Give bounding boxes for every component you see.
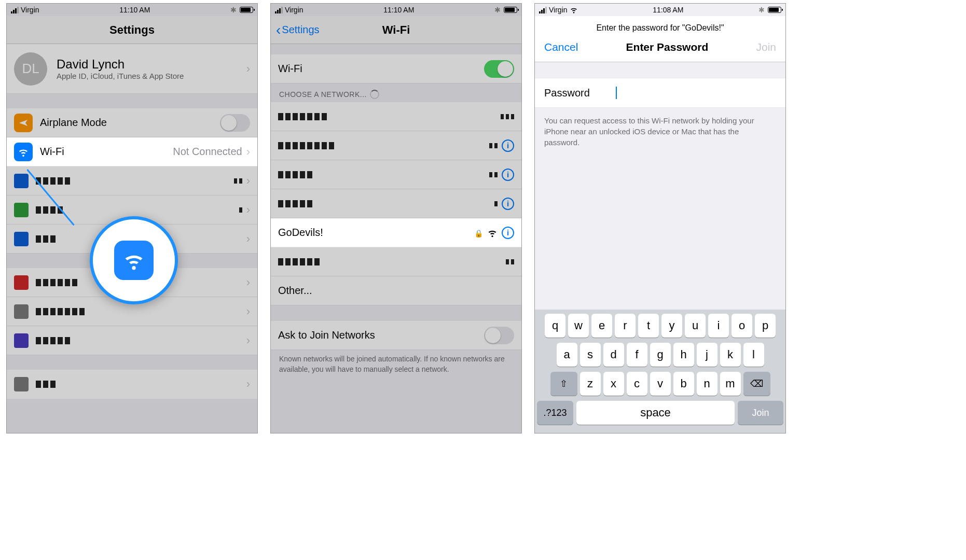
status-bar: Virgin 11:08 AM ✱	[535, 4, 785, 16]
status-bar: Virgin 11:10 AM ✱	[271, 4, 521, 16]
key-n[interactable]: n	[697, 372, 717, 396]
join-button[interactable]: Join	[756, 41, 776, 53]
key-i[interactable]: i	[708, 314, 729, 338]
avatar: DL	[14, 52, 47, 86]
kbd-row-1: q w e r t y u i o p	[537, 314, 783, 338]
share-hint: You can request access to this Wi-Fi net…	[535, 108, 785, 155]
wifi-screen: Virgin 11:10 AM ✱ ‹ Settings Wi-Fi Wi-Fi…	[270, 3, 522, 433]
key-m[interactable]: m	[720, 372, 741, 396]
key-w[interactable]: w	[568, 314, 589, 338]
battery-icon	[240, 7, 253, 13]
backspace-key[interactable]: ⌫	[743, 372, 770, 396]
network-item[interactable]	[271, 102, 521, 131]
carrier: Virgin	[549, 6, 568, 14]
airplane-icon	[14, 114, 33, 132]
password-row[interactable]: Password	[535, 78, 785, 108]
other-label: Other...	[278, 285, 312, 297]
key-q[interactable]: q	[545, 314, 565, 338]
wifi-toggle-cell[interactable]: Wi-Fi	[271, 54, 521, 83]
airplane-label: Airplane Mode	[40, 117, 107, 129]
key-u[interactable]: u	[685, 314, 706, 338]
key-v[interactable]: v	[650, 372, 671, 396]
bluetooth-icon: ✱	[494, 6, 501, 14]
carrier: Virgin	[285, 6, 303, 14]
password-screen: Virgin 11:08 AM ✱ Enter the password for…	[534, 3, 786, 433]
list-item[interactable]: ›	[7, 326, 257, 355]
back-label: Settings	[282, 24, 319, 36]
info-icon[interactable]: i	[502, 198, 514, 210]
nav-bar: ‹ Settings Wi-Fi	[271, 16, 521, 44]
key-o[interactable]: o	[732, 314, 752, 338]
nav-bar: Settings	[7, 16, 257, 44]
numbers-key[interactable]: .?123	[537, 401, 573, 425]
info-icon[interactable]: i	[502, 169, 514, 181]
status-time: 11:10 AM	[383, 6, 414, 14]
kbd-row-4: .?123 space Join	[537, 401, 783, 425]
kbd-row-2: a s d f g h j k l	[537, 343, 783, 367]
profile-name: David Lynch	[57, 57, 184, 72]
chevron-right-icon: ›	[246, 62, 250, 76]
chevron-right-icon: ›	[246, 145, 250, 159]
ask-join-cell[interactable]: Ask to Join Networks	[271, 321, 521, 350]
key-x[interactable]: x	[603, 372, 624, 396]
shift-key[interactable]: ⇧	[550, 372, 577, 396]
wifi-status: Not Connected	[173, 146, 242, 158]
list-item[interactable]: ›	[7, 370, 257, 399]
kbd-row-3: ⇧ z x c v b n m ⌫	[537, 372, 783, 396]
wifi-label: Wi-Fi	[40, 146, 64, 158]
apple-id-cell[interactable]: DL David Lynch Apple ID, iCloud, iTunes …	[7, 44, 257, 94]
page-title: Wi-Fi	[382, 23, 410, 37]
keyboard-join-key[interactable]: Join	[738, 401, 783, 425]
key-d[interactable]: d	[603, 343, 624, 367]
key-r[interactable]: r	[615, 314, 636, 338]
battery-icon	[504, 7, 517, 13]
ask-join-label: Ask to Join Networks	[278, 329, 375, 341]
wifi-toggle[interactable]	[484, 60, 514, 78]
key-g[interactable]: g	[650, 343, 671, 367]
key-p[interactable]: p	[755, 314, 776, 338]
info-icon[interactable]: i	[502, 139, 514, 152]
key-h[interactable]: h	[673, 343, 694, 367]
chevron-left-icon: ‹	[276, 22, 281, 38]
key-k[interactable]: k	[720, 343, 741, 367]
key-y[interactable]: y	[661, 314, 682, 338]
key-c[interactable]: c	[627, 372, 647, 396]
choose-network-header: CHOOSE A NETWORK...	[271, 83, 521, 102]
bluetooth-icon: ✱	[230, 6, 237, 14]
keyboard[interactable]: q w e r t y u i o p a s d f g h j k l ⇧ …	[535, 310, 785, 433]
page-title: Settings	[109, 23, 155, 37]
other-network-cell[interactable]: Other...	[271, 276, 521, 305]
wifi-cell[interactable]: Wi-Fi Not Connected ›	[7, 137, 257, 166]
network-name: GoDevils!	[278, 227, 323, 239]
network-item[interactable]: i	[271, 131, 521, 160]
profile-sub: Apple ID, iCloud, iTunes & App Store	[57, 72, 184, 80]
network-item[interactable]: i	[271, 189, 521, 218]
network-item[interactable]: i	[271, 160, 521, 189]
key-a[interactable]: a	[557, 343, 577, 367]
space-key[interactable]: space	[576, 401, 735, 425]
key-e[interactable]: e	[591, 314, 612, 338]
airplane-toggle[interactable]	[220, 114, 250, 132]
status-time: 11:08 AM	[653, 6, 683, 14]
info-icon[interactable]: i	[502, 227, 514, 239]
key-s[interactable]: s	[580, 343, 601, 367]
key-t[interactable]: t	[638, 314, 659, 338]
wifi-signal-icon	[487, 228, 498, 238]
key-b[interactable]: b	[673, 372, 694, 396]
text-cursor	[616, 87, 617, 99]
network-godevils[interactable]: GoDevils! i	[271, 218, 521, 247]
airplane-mode-cell[interactable]: Airplane Mode	[7, 108, 257, 137]
key-f[interactable]: f	[627, 343, 647, 367]
status-time: 11:10 AM	[119, 6, 150, 14]
signal-icon	[275, 7, 283, 13]
key-z[interactable]: z	[580, 372, 601, 396]
wifi-label: Wi-Fi	[278, 63, 302, 75]
ask-join-toggle[interactable]	[484, 327, 514, 344]
spinner-icon	[370, 90, 379, 99]
back-button[interactable]: ‹ Settings	[276, 22, 320, 38]
key-l[interactable]: l	[743, 343, 764, 367]
key-j[interactable]: j	[697, 343, 717, 367]
carrier: Virgin	[21, 6, 39, 14]
network-item[interactable]	[271, 247, 521, 276]
cancel-button[interactable]: Cancel	[544, 41, 578, 53]
